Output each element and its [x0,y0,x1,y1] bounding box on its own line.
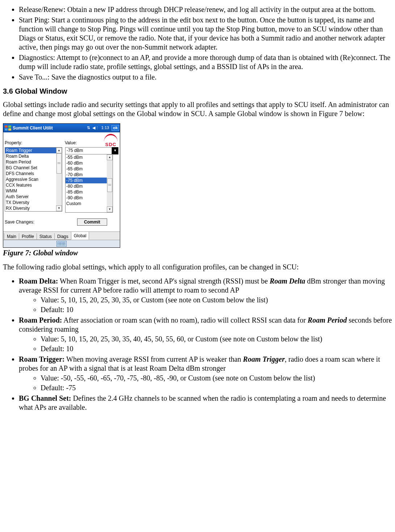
scroll-down-icon[interactable]: ▼ [107,207,113,212]
setting-roam-delta: Roam Delta: When Roam Trigger is met, se… [19,277,392,314]
setting-bg-channel-set: BG Channel Set: Defines the 2.4 GHz chan… [19,394,392,412]
property-listbox[interactable]: Roam Trigger Roam Delta Roam Period BG C… [5,147,62,212]
connectivity-icon[interactable]: ⇅ [87,125,90,131]
list-item[interactable]: -60 dBm [66,160,113,166]
scroll-thumb[interactable] [107,178,112,192]
commit-button[interactable]: Commit [77,218,107,226]
list-item: Start Ping: Start a continuous ping to t… [19,16,392,52]
setting-roam-trigger: Roam Trigger: When moving average RSSI f… [19,355,392,392]
setting-default: Default: 10 [41,305,392,314]
keyboard-icon[interactable] [56,241,67,247]
scroll-down-icon[interactable]: ▼ [56,205,62,211]
list-item[interactable]: WMM [5,188,62,194]
list-item[interactable]: -90 dBm [66,195,113,201]
tab-diags[interactable]: Diags [54,233,71,240]
setting-value: Value: -50, -55, -60, -65, -70, -75, -80… [41,374,392,383]
ok-button[interactable]: ok [112,125,119,131]
list-item[interactable]: CCX features [5,182,62,188]
setting-value: Value: 5, 10, 15, 20, 25, 30, 35, 40, 45… [41,335,392,344]
list-item[interactable]: Custom [66,201,113,207]
scroll-thumb[interactable] [56,153,62,174]
list-item[interactable]: -65 dBm [66,166,113,172]
tab-global[interactable]: Global [71,232,89,240]
sip-bar [3,240,120,247]
list-item: Release/Renew: Obtain a new IP address t… [19,5,392,14]
setting-roam-period: Roam Period: After association or roam s… [19,316,392,353]
value-select[interactable]: -75 dBm [65,147,112,154]
list-item[interactable]: Roam Delta [5,153,62,159]
tab-status[interactable]: Status [37,233,55,240]
sdc-logo: SDC [104,134,118,148]
list-item[interactable]: TX Diversity [5,200,62,205]
scrollbar[interactable]: ▲ ▼ [56,148,62,211]
list-item[interactable]: -80 dBm [66,183,113,189]
list-item[interactable]: Roam Period [5,159,62,165]
tab-bar: Main Profile Status Diags Global [3,231,120,240]
setting-value: Value: 5, 10, 15, 20, 25, 30, 35, or Cus… [41,295,392,305]
clock: 1:13 [101,125,109,131]
top-bullet-list: Release/Renew: Obtain a new IP address t… [3,5,392,82]
property-label: Property: [5,140,65,146]
titlebar: Summit Client Utilit ⇅ ◀⋮ 1:13 ok [3,124,120,132]
setting-default: Default: -75 [41,383,392,392]
list-item[interactable]: Aggressive Scan [5,176,62,182]
scroll-up-icon[interactable]: ▲ [107,154,113,160]
list-item: Diagnostics: Attempt to (re)connect to a… [19,53,392,71]
tab-profile[interactable]: Profile [19,233,37,240]
dropdown-arrow-icon[interactable]: ▼ [112,147,118,154]
tab-main[interactable]: Main [4,233,19,240]
global-window-screenshot: Summit Client Utilit ⇅ ◀⋮ 1:13 ok SDC Pr… [3,123,120,248]
list-item[interactable]: -75 dBm [66,178,113,183]
start-flag-icon[interactable] [5,125,11,131]
list-item[interactable]: Roam Trigger [5,148,62,153]
setting-default: Default: 10 [41,344,392,353]
list-item: Save To...: Save the diagnostics output … [19,73,392,82]
settings-list: Roam Delta: When Roam Trigger is met, se… [3,277,392,412]
value-label: Value: [65,140,77,146]
list-item[interactable]: -70 dBm [66,172,113,178]
value-dropdown-list[interactable]: -55 dBm -60 dBm -65 dBm -70 dBm -75 dBm … [65,154,113,213]
list-item[interactable]: RX Diversity [5,205,62,211]
list-item[interactable]: BG Channel Set [5,165,62,171]
list-item[interactable]: -55 dBm [66,154,113,160]
intro-paragraph: Global settings include radio and securi… [3,100,392,118]
scroll-up-icon[interactable]: ▲ [56,148,62,153]
section-heading: 3.6 Global Window [3,87,392,96]
figure-caption: Figure 7: Global window [3,248,392,258]
window-title: Summit Client Utilit [13,125,86,131]
volume-icon[interactable]: ◀⋮ [92,125,99,131]
post-figure-paragraph: The following radio global settings, whi… [3,263,392,272]
list-item[interactable]: Auth Server [5,194,62,200]
save-changes-label: Save Changes: [5,220,77,225]
list-item[interactable]: -85 dBm [66,189,113,195]
list-item[interactable]: DFS Channels [5,171,62,176]
scrollbar[interactable]: ▲ ▼ [107,154,113,212]
